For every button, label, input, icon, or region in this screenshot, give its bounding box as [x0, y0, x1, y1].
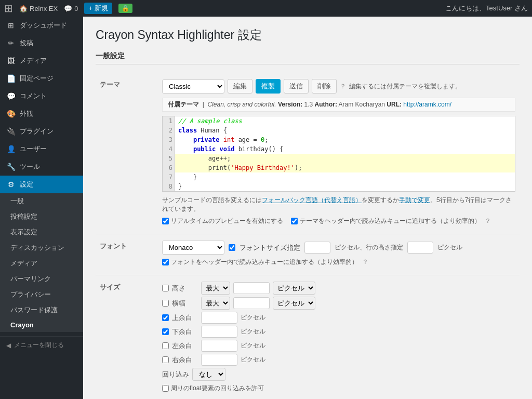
url-label: URL:: [387, 101, 402, 108]
code-line-1: 1 // A sample class: [163, 116, 515, 126]
sidebar-collapse-button[interactable]: ◀ メニューを閉じる: [0, 336, 83, 354]
sidebar-item-media[interactable]: 🖼 メディア: [0, 52, 83, 70]
left-margin-checkbox[interactable]: [162, 342, 169, 349]
theme-header-queue-checkbox[interactable]: [291, 218, 298, 224]
sidebar-item-discussion[interactable]: ディスカッション: [0, 240, 83, 256]
home-icon: 🏠: [19, 5, 28, 12]
sidebar-item-comments[interactable]: 💬 コメント: [0, 87, 83, 105]
right-margin-checkbox[interactable]: [162, 356, 169, 363]
users-icon: 👤: [6, 145, 16, 153]
top-margin-checkbox[interactable]: [162, 314, 169, 321]
sidebar-item-pages[interactable]: 📄 固定ページ: [0, 70, 83, 87]
sidebar-item-general[interactable]: 一般: [0, 193, 83, 209]
font-header-queue-checkbox[interactable]: [162, 259, 169, 265]
main-content: Crayon Syntax Highlighter 設定 一般設定 テーマ Cl…: [83, 17, 532, 399]
left-margin-input[interactable]: 12: [201, 340, 237, 352]
font-header-queue-row: フォントをヘッダー内で読み込みキューに追加する（より効率的） ？: [162, 258, 515, 267]
top-margin-input[interactable]: 12: [201, 312, 237, 324]
sidebar-item-permalink[interactable]: パーマリンク: [0, 271, 83, 287]
sidebar-item-users[interactable]: 👤 ユーザー: [0, 140, 83, 158]
height-input[interactable]: 500: [233, 282, 270, 294]
theme-label: テーマ: [96, 73, 158, 234]
top-margin-row: 上余白 12 ピクセル: [162, 312, 515, 324]
height-row: 高さ 最大 500 ピクセル: [162, 282, 515, 295]
manual-change-link[interactable]: 手動で変更: [399, 196, 430, 204]
width-unit-select[interactable]: ピクセル: [273, 297, 315, 310]
sidebar-item-tools[interactable]: 🔧 ツール: [0, 158, 83, 176]
code-line-3: 3 private int age = 0;: [163, 135, 515, 144]
media-icon: 🖼: [6, 57, 16, 65]
sidebar-item-appearance[interactable]: 🎨 外観: [0, 105, 83, 123]
sidebar-item-plugins[interactable]: 🔌 プラグイン: [0, 123, 83, 140]
user-greeting: こんにちは、TestUser さん: [445, 4, 528, 13]
page-title: Crayon Syntax Highlighter 設定: [96, 27, 520, 43]
sidebar: ⊞ ダッシュボード ✏ 投稿 🖼 メディア 📄 固定ページ 💬 コメント 🎨 外…: [0, 17, 83, 399]
sidebar-item-writing[interactable]: 投稿設定: [0, 209, 83, 224]
sidebar-item-privacy[interactable]: プライバシー: [0, 287, 83, 302]
width-checkbox[interactable]: [162, 300, 169, 307]
theme-row: テーマ Classic 編集 複製 送信 削除 ？ 編集するには付属テーマを複製…: [96, 73, 520, 234]
delete-button[interactable]: 削除: [312, 79, 337, 94]
chevron-left-icon: ◀: [6, 342, 11, 349]
settings-table: テーマ Classic 編集 複製 送信 削除 ？ 編集するには付属テーマを複製…: [96, 73, 520, 399]
duplicate-button[interactable]: 複製: [256, 79, 281, 94]
bottom-margin-checkbox[interactable]: [162, 328, 169, 335]
tools-icon: 🔧: [6, 163, 16, 171]
code-preview: 1 // A sample class 2 class Human { 3 pr…: [162, 116, 515, 192]
sidebar-item-crayon[interactable]: Crayon: [0, 318, 83, 332]
wp-logo-icon: ⊞: [4, 2, 13, 15]
url-link[interactable]: http://aramk.com/: [403, 101, 451, 108]
new-button[interactable]: + 新規: [84, 3, 112, 14]
theme-help-icon[interactable]: ？: [340, 82, 346, 91]
sidebar-item-reading[interactable]: 表示設定: [0, 224, 83, 240]
float-checkbox[interactable]: [162, 385, 169, 392]
sidebar-item-posts[interactable]: ✏ 投稿: [0, 34, 83, 52]
submit-button[interactable]: 送信: [284, 79, 309, 94]
dashboard-icon: ⊞: [6, 21, 16, 30]
section-general-title: 一般設定: [96, 51, 520, 64]
layout: ⊞ ダッシュボード ✏ 投稿 🖼 メディア 📄 固定ページ 💬 コメント 🎨 外…: [0, 17, 532, 399]
font-check2-help-icon[interactable]: ？: [362, 258, 368, 267]
appearance-icon: 🎨: [6, 110, 16, 118]
font-label: フォント: [96, 234, 158, 275]
code-line-5: 5 age++;: [163, 154, 515, 163]
bottom-margin-input[interactable]: 12: [201, 326, 237, 338]
edit-button[interactable]: 編集: [228, 79, 252, 94]
height-mode-select[interactable]: 最大: [201, 282, 230, 295]
version-label: Version:: [278, 101, 302, 108]
bottom-margin-row: 下余白 12 ピクセル: [162, 326, 515, 338]
plugins-icon: 🔌: [6, 127, 16, 136]
realtime-preview-checkbox[interactable]: [162, 218, 169, 224]
sidebar-item-dashboard[interactable]: ⊞ ダッシュボード: [0, 17, 83, 34]
sidebar-item-password[interactable]: パスワード保護: [0, 302, 83, 318]
sidebar-item-media-settings[interactable]: メディア: [0, 256, 83, 271]
right-margin-input[interactable]: 12: [201, 354, 237, 366]
attached-theme-info: 付属テーマ | Clean, crisp and colorful. Versi…: [162, 98, 515, 112]
lineheight-input[interactable]: 15: [407, 242, 433, 254]
width-input[interactable]: 500: [233, 297, 270, 309]
height-checkbox[interactable]: [162, 285, 169, 291]
fontsize-checkbox[interactable]: [229, 244, 235, 251]
theme-select[interactable]: Classic: [162, 79, 224, 94]
wrap-select[interactable]: なし: [192, 368, 225, 381]
posts-icon: ✏: [6, 39, 16, 47]
site-name[interactable]: 🏠 Reinx EX: [19, 5, 58, 12]
version-value: 1.3: [304, 101, 313, 108]
size-controls-cell: 高さ 最大 500 ピクセル 横幅 最大: [158, 275, 520, 400]
font-select[interactable]: Monaco: [162, 241, 224, 255]
theme-help-text: 編集するには付属テーマを複製します。: [349, 82, 461, 91]
height-unit-select[interactable]: ピクセル: [273, 282, 315, 295]
font-row: フォント Monaco フォントサイズ指定 12 ピクセル、行の高さ指定 15 …: [96, 234, 520, 275]
code-line-8: 8 }: [163, 182, 515, 191]
fontsize-input[interactable]: 12: [304, 242, 330, 254]
width-mode-select[interactable]: 最大: [201, 297, 230, 310]
realtime-preview-row: リアルタイムのプレビューを有効にする テーマをヘッダー内で読み込みキューに追加す…: [162, 217, 515, 225]
topbar: ⊞ 🏠 Reinx EX 💬 0 + 新規 🔒 こんにちは、TestUser さ…: [0, 0, 532, 17]
theme-check2-help-icon[interactable]: ？: [485, 217, 491, 225]
comments-count[interactable]: 💬 0: [64, 5, 78, 12]
sidebar-item-settings[interactable]: ⚙ 設定: [0, 176, 83, 193]
comments-icon: 💬: [64, 5, 72, 12]
code-line-4: 4 public void birthday() {: [163, 144, 515, 154]
fallback-lang-link[interactable]: フォールバック言語（代替え言語）: [262, 196, 362, 204]
author-value: Aram Kocharyan: [339, 101, 385, 108]
